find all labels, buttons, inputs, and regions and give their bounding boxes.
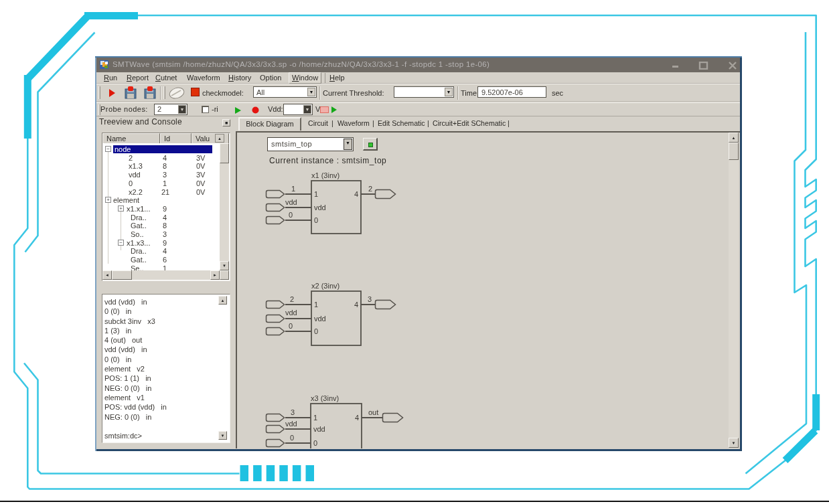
svg-text:vdd: vdd — [314, 203, 326, 212]
svg-text:vdd: vdd — [285, 420, 297, 428]
svg-text:2: 2 — [290, 295, 294, 303]
svg-text:x3 (3inv): x3 (3inv) — [311, 394, 339, 402]
svg-text:vdd: vdd — [314, 315, 326, 323]
svg-text:x2 (3inv): x2 (3inv) — [311, 282, 340, 290]
svg-text:x1 (3inv): x1 (3inv) — [311, 171, 340, 179]
svg-text:3: 3 — [368, 295, 372, 303]
svg-text:1: 1 — [313, 414, 317, 422]
svg-text:1: 1 — [314, 190, 318, 198]
svg-text:vdd: vdd — [285, 198, 297, 206]
svg-text:0: 0 — [290, 434, 294, 442]
svg-text:0: 0 — [314, 327, 318, 335]
svg-text:0: 0 — [313, 439, 317, 447]
svg-text:0: 0 — [289, 322, 293, 330]
svg-text:out: out — [368, 408, 378, 416]
svg-text:4: 4 — [354, 301, 358, 309]
svg-text:3: 3 — [291, 408, 295, 416]
svg-text:1: 1 — [291, 185, 295, 193]
svg-text:1: 1 — [314, 301, 318, 309]
svg-text:0: 0 — [289, 211, 293, 219]
svg-text:4: 4 — [355, 414, 359, 422]
svg-text:4: 4 — [354, 190, 358, 198]
svg-text:2: 2 — [368, 185, 372, 193]
svg-text:vdd: vdd — [313, 425, 325, 433]
svg-text:vdd: vdd — [285, 309, 297, 317]
svg-text:0: 0 — [314, 216, 318, 224]
